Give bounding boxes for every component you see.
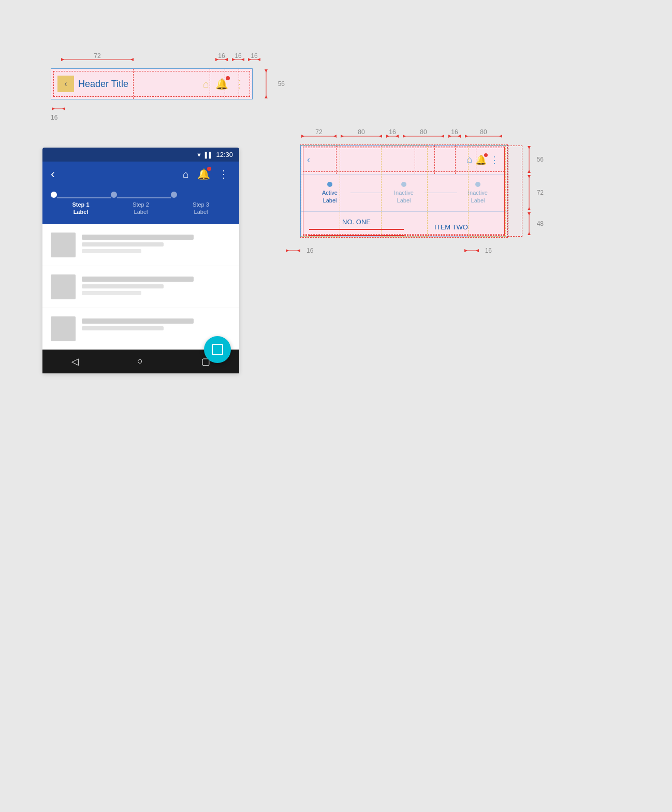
right-arrow-48 xyxy=(523,211,535,236)
svg-marker-28 xyxy=(379,135,382,138)
list-item[interactable] xyxy=(42,266,239,308)
widget-toolbar-row: ‹ ⌂ 🔔 ⋮ xyxy=(301,146,507,175)
toolbar-vline-1 xyxy=(336,146,337,174)
right-dim-72: 72 xyxy=(523,174,544,211)
bottom-right-label: 16 xyxy=(485,247,492,254)
bottom-left-dim: 16 xyxy=(285,246,313,255)
widget-home-icon[interactable]: ⌂ xyxy=(466,154,472,165)
list-thumbnail xyxy=(51,274,76,299)
fab-icon xyxy=(212,344,223,355)
step-3: Step 3Label xyxy=(171,192,231,216)
bottom-left-label: 16 xyxy=(306,247,313,254)
spec-back-button[interactable]: ‹ xyxy=(57,76,74,92)
nav-home-button[interactable]: ○ xyxy=(137,356,143,367)
divider-line-2 xyxy=(210,69,210,99)
step-1-circle xyxy=(51,192,57,198)
header-spec-box: ‹ Header Title ⌂ 🔔 ⋮ xyxy=(51,68,253,99)
status-bar: ▼ ▌▌ 12:30 xyxy=(42,148,239,162)
svg-marker-6 xyxy=(225,58,228,61)
bottom-dim-label-16: 16 xyxy=(51,114,57,121)
right-top-dims-svg: 72 80 16 80 16 80 xyxy=(285,128,513,144)
phone-more-icon[interactable]: ⋮ xyxy=(218,168,229,180)
spec-more-icon[interactable]: ⋮ xyxy=(235,78,245,90)
divider-line-4 xyxy=(239,69,239,99)
right-label-48: 48 xyxy=(537,220,544,227)
height-label-56: 56 xyxy=(278,80,285,88)
widget-more-icon[interactable]: ⋮ xyxy=(490,154,499,166)
right-label-56: 56 xyxy=(537,156,544,163)
svg-marker-36 xyxy=(441,135,444,138)
phone-back-button[interactable]: ‹ xyxy=(51,167,55,181)
widget-notif-icon[interactable]: 🔔 xyxy=(475,154,487,166)
nav-back-button[interactable]: ◁ xyxy=(71,356,79,367)
phone-notif-icon[interactable]: 🔔 xyxy=(197,168,210,180)
widget-back-icon[interactable]: ‹ xyxy=(307,154,310,165)
tab-active-indicator xyxy=(309,229,404,230)
list-text-block xyxy=(82,233,231,253)
top-dimension-arrows: 72 16 16 16 xyxy=(51,52,263,67)
svg-marker-35 xyxy=(403,135,406,138)
svg-marker-51 xyxy=(528,207,531,210)
spec-home-icon[interactable]: ⌂ xyxy=(203,78,209,90)
fab-button[interactable] xyxy=(204,336,231,363)
toolbar-vline-4 xyxy=(455,146,456,174)
step-line-1 xyxy=(350,193,383,194)
bottom-dims-container: 16 16 xyxy=(285,246,492,255)
tab-no-one[interactable]: NO. ONE xyxy=(309,218,404,236)
list-item[interactable] xyxy=(42,224,239,266)
svg-marker-40 xyxy=(458,135,461,138)
text-line-secondary xyxy=(82,242,164,247)
svg-marker-27 xyxy=(341,135,344,138)
svg-marker-20 xyxy=(52,107,55,110)
spec-notif-icon[interactable]: 🔔 xyxy=(215,78,228,90)
step-2-circle xyxy=(111,192,117,198)
widget-spec-box: ‹ ⌂ 🔔 ⋮ xyxy=(300,145,507,237)
step-3-label: Step 3Label xyxy=(193,201,209,216)
text-line-primary xyxy=(82,235,194,240)
svg-marker-53 xyxy=(528,212,531,215)
right-dim-56: 56 xyxy=(523,145,544,174)
widget-step-3: InactiveLabel xyxy=(457,182,499,204)
scrollbar-area xyxy=(508,146,522,237)
text-line-tertiary xyxy=(82,291,141,295)
svg-marker-24 xyxy=(333,135,337,138)
divider-line-1 xyxy=(133,69,134,99)
widget-step-1-dot xyxy=(327,182,332,187)
svg-marker-44 xyxy=(499,135,502,138)
phone-toolbar: ‹ ⌂ 🔔 ⋮ xyxy=(42,162,239,186)
svg-marker-50 xyxy=(528,175,531,178)
svg-marker-17 xyxy=(265,69,268,72)
svg-marker-48 xyxy=(528,170,531,173)
toolbar-dashed-outline xyxy=(303,148,505,172)
svg-text:80: 80 xyxy=(358,128,365,136)
phone-mockup: ▼ ▌▌ 12:30 ‹ ⌂ 🔔 ⋮ Step 1Label xyxy=(42,148,239,373)
toolbar-vline-3 xyxy=(434,146,435,174)
widget-step-3-label: InactiveLabel xyxy=(468,189,488,204)
text-line-secondary xyxy=(82,326,164,330)
step-1-label: Step 1Label xyxy=(72,201,89,216)
svg-marker-18 xyxy=(265,95,268,98)
svg-text:16: 16 xyxy=(389,128,396,136)
right-label-72: 72 xyxy=(537,189,544,196)
svg-text:16: 16 xyxy=(235,52,242,60)
tab-item-two[interactable]: ITEM TWO xyxy=(404,223,499,236)
phone-notif-dot xyxy=(207,167,211,171)
phone-home-icon[interactable]: ⌂ xyxy=(183,168,189,180)
wifi-icon: ▼ xyxy=(196,152,202,158)
svg-marker-1 xyxy=(61,58,64,61)
phone-content-list xyxy=(42,224,239,350)
toolbar-vline-2 xyxy=(415,146,415,174)
svg-text:72: 72 xyxy=(94,52,101,60)
widget-step-2: InactiveLabel xyxy=(383,182,425,204)
widget-tab-row: NO. ONE ITEM TWO xyxy=(301,212,507,237)
bottom-right-dim: 16 xyxy=(463,246,492,255)
bottom-left-dim: 16 xyxy=(51,104,71,114)
svg-text:16: 16 xyxy=(218,52,225,60)
spec-header-title: Header Title xyxy=(78,79,198,90)
list-thumbnail xyxy=(51,233,76,257)
spec-diagram-header: 72 16 16 16 ‹ Header Title xyxy=(41,52,259,99)
svg-text:72: 72 xyxy=(315,128,323,136)
list-thumbnail xyxy=(51,316,76,341)
list-text-block xyxy=(82,316,231,330)
text-line-secondary xyxy=(82,284,164,288)
